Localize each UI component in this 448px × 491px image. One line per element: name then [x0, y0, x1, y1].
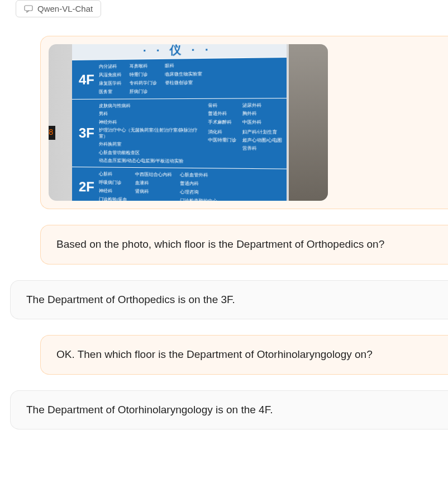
user-message-1-text: Based on the photo, which floor is the D…: [56, 238, 384, 250]
elevator-floor-indicator: 8: [49, 126, 55, 140]
user-message-2-text: OK. Then which floor is the Department o…: [56, 348, 373, 360]
model-badge: Qwen-VL-Chat: [16, 0, 101, 17]
user-message-1: Based on the photo, which floor is the D…: [40, 225, 448, 265]
assistant-message-1: The Department of Orthopedics is on the …: [10, 280, 448, 320]
directory-signboard: · · 仪 · · 4F 内分泌科 风湿免疫科 康复医学科 医务室 耳鼻喉科 特…: [72, 44, 287, 201]
floor-2f-row: 2F 心脏科 呼吸病门诊 神经科 门诊检验/采血 中西医结合心内科 血液科 肾病…: [72, 167, 287, 201]
chat-messages: 8 · · 仪 · · 4F 内分泌科 风湿免疫科 康复医学科 医务室 耳鼻喉科: [0, 36, 448, 429]
floor-4f-label: 4F: [74, 63, 99, 96]
user-message-2: OK. Then which floor is the Department o…: [40, 335, 448, 375]
user-message-image: 8 · · 仪 · · 4F 内分泌科 风湿免疫科 康复医学科 医务室 耳鼻喉科: [40, 36, 448, 209]
svg-rect-0: [25, 6, 32, 11]
assistant-message-1-text: The Department of Orthopedics is on the …: [26, 294, 235, 305]
assistant-message-2: The Department of Otorhinolaryngology is…: [10, 390, 448, 430]
floor-3f-label: 3F: [74, 103, 99, 164]
floor-2f-label: 2F: [74, 171, 99, 201]
assistant-message-2-text: The Department of Otorhinolaryngology is…: [26, 404, 273, 416]
hospital-directory-image: 8 · · 仪 · · 4F 内分泌科 风湿免疫科 康复医学科 医务室 耳鼻喉科: [49, 44, 328, 201]
chat-icon: [24, 5, 33, 13]
floor-4f-row: 4F 内分泌科 风湿免疫科 康复医学科 医务室 耳鼻喉科 特需门诊 专科药学门诊: [72, 57, 287, 99]
floor-3f-row: 3F 皮肤病与性病科 男科 神经外科 护理治疗中心（无菌换药室/注射治疗室/静脉…: [72, 98, 287, 168]
model-badge-label: Qwen-VL-Chat: [37, 4, 93, 13]
